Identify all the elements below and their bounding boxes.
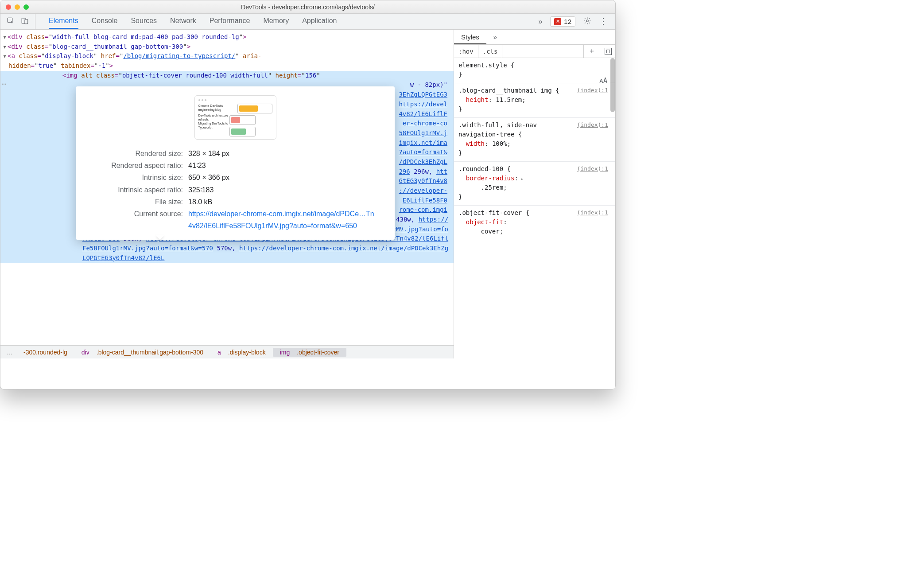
dom-breadcrumbs[interactable]: … -300.rounded-lg div.blog-card__thumbna… bbox=[0, 345, 454, 358]
crumb-div-card[interactable]: -300.rounded-lg bbox=[16, 348, 74, 357]
devtools-toolbar: Elements Console Sources Network Perform… bbox=[0, 14, 615, 30]
box-model-icon[interactable] bbox=[605, 48, 612, 55]
dom-node-div-blog-card[interactable]: ▶<div class="width-full blog-card md:pad… bbox=[0, 32, 454, 42]
tab-console[interactable]: Console bbox=[92, 14, 118, 29]
tooltip-source-link[interactable]: https://developer-chrome-com.imgix.net/i… bbox=[188, 208, 374, 232]
rule-object-fit-cover[interactable]: (index):1 .object-fit-cover { object-fit… bbox=[454, 206, 615, 240]
error-counter[interactable]: ✕ 12 bbox=[550, 16, 575, 27]
error-icon: ✕ bbox=[554, 18, 561, 25]
tab-network[interactable]: Network bbox=[170, 14, 196, 29]
tab-memory[interactable]: Memory bbox=[263, 14, 289, 29]
dom-node-div-thumbnail[interactable]: ▶<div class="blog-card__thumbnail gap-bo… bbox=[0, 42, 454, 52]
tooltip-rendered-ratio-row: Rendered aspect ratio:41∶23 bbox=[86, 160, 384, 171]
rule-source-link[interactable]: (index):1 bbox=[577, 208, 608, 217]
tooltip-current-source-row: Current source: https://developer-chrome… bbox=[86, 208, 384, 232]
titlebar: DevTools - developer.chrome.com/tags/dev… bbox=[0, 0, 615, 14]
tooltip-thumbnail: Chrome DevTools engineering blog DevTool… bbox=[194, 95, 276, 140]
error-count: 12 bbox=[564, 18, 571, 25]
image-preview-tooltip: Chrome DevTools engineering blog DevTool… bbox=[76, 86, 395, 240]
rule-source-link[interactable]: (index):1 bbox=[577, 121, 608, 129]
rule-source-link[interactable]: (index):1 bbox=[577, 86, 608, 95]
tab-performance[interactable]: Performance bbox=[210, 14, 250, 29]
inspect-element-icon[interactable] bbox=[7, 17, 15, 26]
svg-point-3 bbox=[586, 20, 589, 22]
zoom-window-button[interactable] bbox=[23, 4, 29, 10]
rule-blog-card-thumbnail[interactable]: (index):1 .blog-card__thumbnail img { he… bbox=[454, 83, 615, 118]
rule-rounded-100[interactable]: (index):1 .rounded-100 { border-radius: … bbox=[454, 162, 615, 206]
styles-filter-bar: :hov .cls ＋ bbox=[454, 45, 615, 58]
styles-tabs: Styles » bbox=[454, 30, 615, 45]
kebab-menu-icon[interactable]: ⋮ bbox=[599, 19, 607, 23]
crumb-anchor[interactable]: a.display-block bbox=[210, 348, 273, 357]
window-title: DevTools - developer.chrome.com/tags/dev… bbox=[0, 4, 615, 11]
tab-application[interactable]: Application bbox=[302, 14, 337, 29]
tooltip-intrinsic-ratio-row: Intrinsic aspect ratio:325∶183 bbox=[86, 184, 384, 196]
tooltip-rendered-size-row: Rendered size:328 × 184 px bbox=[86, 148, 384, 160]
styles-more-tabs-icon[interactable]: » bbox=[486, 30, 504, 44]
crumb-div-thumbnail[interactable]: div.blog-card__thumbnail.gap-bottom-300 bbox=[74, 348, 210, 357]
tooltip-intrinsic-size-row: Intrinsic size:650 × 366 px bbox=[86, 171, 384, 183]
gear-icon[interactable] bbox=[583, 17, 591, 26]
panel-tabs: Elements Console Sources Network Perform… bbox=[35, 14, 530, 29]
more-tabs-icon[interactable]: » bbox=[538, 18, 542, 26]
dom-node-anchor[interactable]: ▶<a class="display-block" href="/blog/mi… bbox=[0, 51, 454, 70]
new-style-rule-icon[interactable]: ＋ bbox=[584, 45, 600, 58]
style-rules[interactable]: ᴀA element.style { } (index):1 .blog-car… bbox=[454, 58, 615, 358]
minimize-window-button[interactable] bbox=[15, 4, 20, 10]
styles-tab[interactable]: Styles bbox=[454, 30, 486, 44]
device-toggle-icon[interactable] bbox=[21, 17, 29, 26]
svg-rect-2 bbox=[25, 19, 28, 24]
window-controls bbox=[6, 4, 29, 10]
crumb-img-selected[interactable]: img.object-fit-cover bbox=[273, 348, 346, 357]
tab-elements[interactable]: Elements bbox=[49, 14, 78, 29]
elements-pane: ⋯ ▶<div class="width-full blog-card md:p… bbox=[0, 30, 454, 358]
tooltip-filesize-row: File size:18.0 kB bbox=[86, 196, 384, 208]
tab-sources[interactable]: Sources bbox=[131, 14, 157, 29]
rule-source-link[interactable]: (index):1 bbox=[577, 164, 608, 173]
main-area: ⋯ ▶<div class="width-full blog-card md:p… bbox=[0, 30, 615, 358]
close-window-button[interactable] bbox=[6, 4, 11, 10]
hov-toggle[interactable]: :hov bbox=[454, 45, 478, 58]
gutter-ellipsis-icon: ⋯ bbox=[2, 79, 6, 89]
rule-width-full[interactable]: (index):1 .width-full, side-nav navigati… bbox=[454, 118, 615, 162]
cls-toggle[interactable]: .cls bbox=[478, 45, 503, 58]
crumb-ellipsis[interactable]: … bbox=[3, 348, 16, 357]
rule-element-style[interactable]: element.style { } bbox=[454, 58, 615, 83]
styles-pane: Styles » :hov .cls ＋ ᴀA element.style { … bbox=[454, 30, 615, 358]
